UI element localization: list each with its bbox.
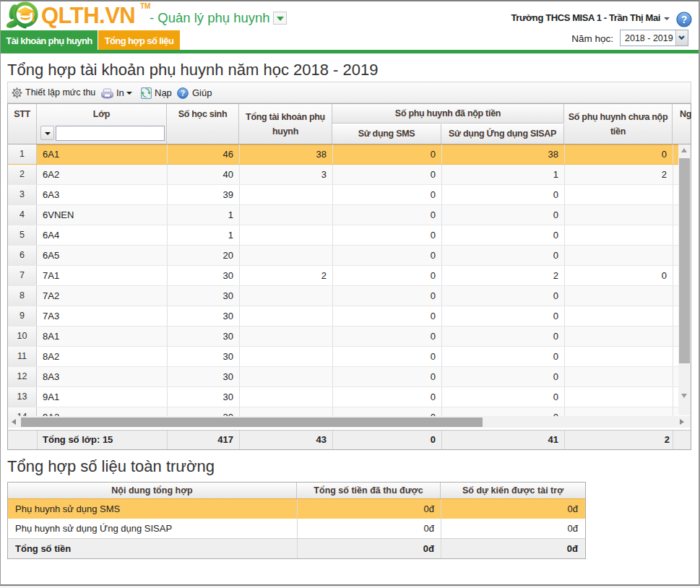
- svg-text:?: ?: [681, 14, 688, 25]
- svg-text:?: ?: [181, 89, 185, 98]
